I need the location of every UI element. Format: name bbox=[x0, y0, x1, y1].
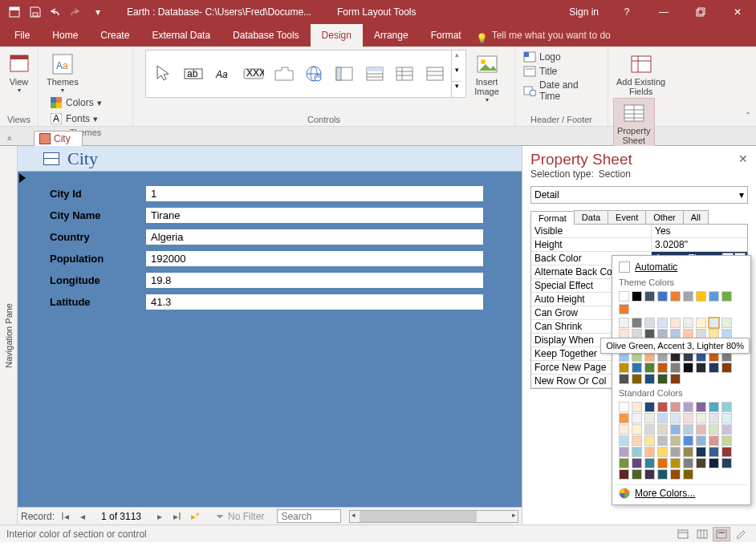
navigation-pane[interactable]: » Navigation Pane bbox=[0, 146, 18, 525]
color-swatch[interactable] bbox=[721, 447, 732, 457]
color-swatch[interactable] bbox=[721, 402, 732, 412]
scroll-thumb[interactable] bbox=[360, 511, 477, 522]
color-swatch[interactable] bbox=[709, 363, 719, 373]
color-swatch[interactable] bbox=[709, 447, 719, 457]
minimize-icon[interactable]: — bbox=[645, 0, 682, 24]
color-swatch[interactable] bbox=[619, 291, 629, 302]
datasheet-view-icon[interactable] bbox=[693, 527, 711, 541]
help-icon[interactable]: ? bbox=[608, 0, 645, 24]
color-swatch[interactable] bbox=[696, 413, 706, 423]
color-swatch[interactable] bbox=[670, 413, 681, 423]
color-swatch[interactable] bbox=[644, 447, 655, 457]
color-swatch[interactable] bbox=[632, 447, 642, 457]
tab-external-data[interactable]: External Data bbox=[140, 24, 222, 47]
control-image-icon[interactable] bbox=[421, 59, 449, 88]
design-view-icon[interactable] bbox=[732, 527, 750, 541]
close-icon[interactable]: ✕ bbox=[719, 0, 756, 24]
control-navigation-icon[interactable] bbox=[330, 59, 359, 88]
property-sheet-button[interactable]: Property Sheet bbox=[613, 98, 655, 148]
nav-new-icon[interactable]: ▸* bbox=[188, 509, 202, 524]
title-button[interactable]: Title bbox=[520, 64, 560, 79]
color-swatch[interactable] bbox=[619, 458, 629, 468]
color-swatch[interactable] bbox=[670, 447, 681, 457]
color-swatch[interactable] bbox=[619, 447, 629, 457]
collapse-ribbon-icon[interactable]: ˆ bbox=[746, 111, 750, 123]
color-swatch[interactable] bbox=[657, 458, 668, 468]
tab-city[interactable]: City bbox=[34, 131, 83, 146]
color-swatch[interactable] bbox=[657, 413, 668, 423]
save-icon[interactable] bbox=[26, 2, 45, 22]
more-colors[interactable]: More Colors... bbox=[616, 485, 747, 501]
control-listbox-icon[interactable] bbox=[390, 59, 419, 88]
view-button[interactable]: View ▾ bbox=[3, 50, 35, 95]
horizontal-scrollbar[interactable]: ◂ ▸ bbox=[349, 510, 518, 523]
color-swatch[interactable] bbox=[696, 458, 706, 468]
search-input[interactable] bbox=[277, 509, 341, 523]
color-swatch[interactable] bbox=[644, 318, 655, 328]
color-swatch[interactable] bbox=[709, 436, 719, 446]
color-swatch[interactable] bbox=[632, 458, 642, 468]
section-selector[interactable]: Detail▾ bbox=[530, 186, 748, 204]
tab-design[interactable]: Design bbox=[311, 24, 363, 47]
tab-format[interactable]: Format bbox=[420, 24, 473, 47]
tab-home[interactable]: Home bbox=[41, 24, 89, 47]
color-swatch[interactable] bbox=[657, 424, 668, 435]
prop-tab-data[interactable]: Data bbox=[574, 210, 608, 224]
sign-in-link[interactable]: Sign in bbox=[559, 0, 608, 24]
color-swatch[interactable] bbox=[632, 363, 642, 373]
color-swatch[interactable] bbox=[644, 413, 655, 423]
qat-customize-icon[interactable]: ▾ bbox=[88, 2, 108, 22]
color-swatch[interactable] bbox=[619, 413, 629, 423]
fonts-button[interactable]: AFonts ▾ bbox=[47, 111, 105, 126]
control-button-icon[interactable]: XXXX bbox=[239, 59, 268, 88]
color-swatch[interactable] bbox=[670, 402, 681, 412]
color-swatch[interactable] bbox=[619, 363, 629, 373]
field-city-id[interactable]: 1 bbox=[146, 186, 483, 201]
color-swatch[interactable] bbox=[696, 436, 706, 446]
navpane-expand-icon[interactable]: » bbox=[5, 136, 14, 141]
logo-button[interactable]: Logo bbox=[520, 50, 564, 64]
color-swatch[interactable] bbox=[670, 374, 681, 384]
redo-icon[interactable] bbox=[67, 2, 87, 22]
color-swatch[interactable] bbox=[657, 318, 668, 328]
prop-tab-format[interactable]: Format bbox=[530, 211, 575, 225]
color-swatch[interactable] bbox=[632, 436, 642, 446]
color-swatch[interactable] bbox=[632, 413, 642, 423]
control-textbox-icon[interactable]: ab bbox=[179, 59, 208, 88]
control-hyperlink-icon[interactable] bbox=[300, 59, 329, 88]
color-swatch[interactable] bbox=[619, 436, 629, 446]
insert-image-button[interactable]: Insert Image▾ bbox=[471, 50, 503, 105]
color-swatch[interactable] bbox=[644, 424, 655, 435]
color-swatch[interactable] bbox=[721, 318, 732, 328]
color-swatch[interactable] bbox=[657, 436, 668, 446]
prop-tab-all[interactable]: All bbox=[683, 210, 709, 224]
form-view-icon[interactable] bbox=[674, 527, 692, 541]
color-swatch[interactable] bbox=[644, 363, 655, 373]
color-swatch[interactable] bbox=[632, 424, 642, 435]
color-swatch[interactable] bbox=[657, 469, 668, 480]
color-swatch[interactable] bbox=[657, 363, 668, 373]
color-swatch[interactable] bbox=[619, 469, 629, 480]
color-swatch[interactable] bbox=[696, 402, 706, 412]
color-swatch[interactable] bbox=[696, 318, 706, 328]
color-swatch[interactable] bbox=[644, 402, 655, 412]
color-swatch[interactable] bbox=[696, 447, 706, 457]
color-swatch[interactable] bbox=[670, 436, 681, 446]
color-swatch[interactable] bbox=[721, 436, 732, 446]
color-swatch[interactable] bbox=[670, 291, 681, 302]
control-select-icon[interactable] bbox=[149, 59, 178, 88]
color-swatch[interactable] bbox=[619, 402, 629, 412]
color-swatch[interactable] bbox=[670, 318, 681, 328]
color-swatch[interactable] bbox=[721, 363, 732, 373]
add-existing-fields-button[interactable]: Add Existing Fields bbox=[613, 50, 669, 98]
color-swatch[interactable] bbox=[683, 402, 693, 412]
nav-last-icon[interactable]: ▸I bbox=[170, 509, 185, 524]
nav-first-icon[interactable]: I◂ bbox=[58, 509, 72, 524]
record-selector-icon[interactable] bbox=[19, 173, 26, 183]
color-swatch[interactable] bbox=[619, 374, 629, 384]
color-swatch[interactable] bbox=[709, 291, 719, 302]
field-longitude[interactable]: 19.8 bbox=[146, 273, 483, 288]
restore-icon[interactable] bbox=[682, 0, 719, 24]
date-time-button[interactable]: Date and Time bbox=[520, 79, 603, 103]
color-swatch[interactable] bbox=[696, 424, 706, 435]
